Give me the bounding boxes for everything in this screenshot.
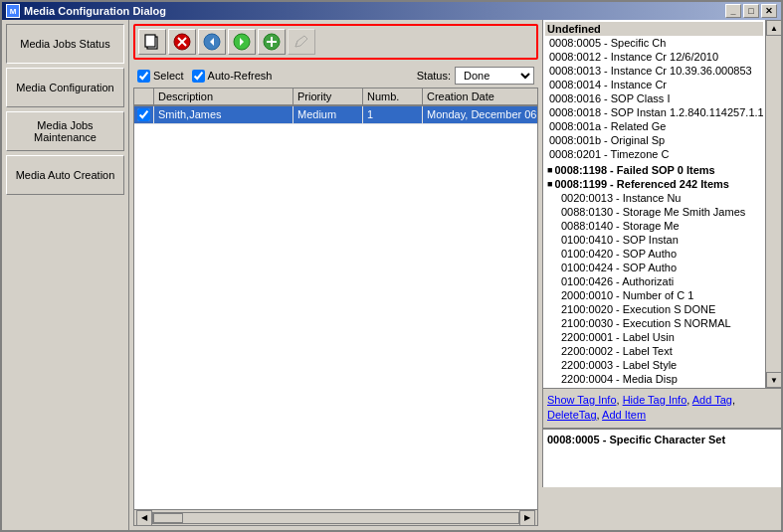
table-row[interactable]: Smith,James Medium 1 Monday, December 06… [134, 106, 537, 124]
prev-icon [203, 33, 221, 51]
tree-item-0016[interactable]: 0008:0016 - SOP Class I [545, 91, 763, 105]
title-bar: M Media Configuration Dialog _ □ ✕ [2, 2, 781, 20]
tree-child-0424[interactable]: 0100:0424 - SOP Autho [545, 261, 763, 274]
close-button[interactable]: ✕ [761, 4, 777, 18]
status-select[interactable]: Done All Pending Failed In Progress [455, 67, 534, 85]
right-panel-scroll-area: Undefined 0008:0005 - Specific Ch 0008:0… [543, 20, 781, 388]
right-panel-tree: Undefined 0008:0005 - Specific Ch 0008:0… [543, 20, 765, 388]
tree-item-0201[interactable]: 0008:0201 - Timezone C [545, 147, 763, 161]
col-header-checkbox [134, 89, 154, 105]
tree-child-0410[interactable]: 0100:0410 - SOP Instan [545, 233, 763, 247]
horizontal-scrollbar[interactable]: ◀ ▶ [134, 509, 537, 525]
delete-tag-link[interactable]: DeleteTag [547, 409, 597, 421]
row-description: Smith,James [154, 106, 294, 123]
undefined-section: Undefined 0008:0005 - Specific Ch 0008:0… [545, 22, 763, 161]
tree-child-2001[interactable]: 2200:0001 - Label Usin [545, 330, 763, 344]
tree-item-0014[interactable]: 0008:0014 - Instance Cr [545, 78, 763, 91]
right-panel-status: 0008:0005 - Specific Character Set [543, 428, 781, 487]
next-icon [233, 33, 251, 51]
scroll-thumb[interactable] [153, 513, 183, 523]
tree-child-2002[interactable]: 2200:0002 - Label Text [545, 344, 763, 358]
col-header-creation-date: Creation Date [423, 89, 538, 105]
tree-section-failed-sop[interactable]: ■ 0008:1198 - Failed SOP 0 Items [545, 163, 763, 177]
status-filter: Status: Done All Pending Failed In Progr… [417, 67, 534, 85]
failed-sop-label: 0008:1198 - Failed SOP 0 Items [554, 164, 714, 176]
tree-item-0018[interactable]: 0008:0018 - SOP Instan 1.2.840.114257.1.… [545, 105, 763, 119]
svg-rect-1 [145, 35, 155, 47]
copy-button[interactable] [138, 29, 166, 55]
maximize-button[interactable]: □ [743, 4, 759, 18]
row-priority: Medium [294, 106, 363, 123]
table-body: Smith,James Medium 1 Monday, December 06… [134, 106, 537, 509]
sidebar-item-media-jobs-status[interactable]: Media Jobs Status [6, 24, 124, 64]
select-checkbox-label[interactable]: Select [137, 70, 184, 83]
tree-item-0012[interactable]: 0008:0012 - Instance Cr 12/6/2010 [545, 50, 763, 64]
status-bar-text: 0008:0005 - Specific Character Set [547, 434, 725, 445]
tree-child-2030[interactable]: 2100:0030 - Execution S NORMAL [545, 316, 763, 330]
tree-child-0130[interactable]: 0088:0130 - Storage Me Smith James [545, 205, 763, 219]
sidebar-item-media-configuration[interactable]: Media Configuration [6, 68, 124, 107]
tree-child-2004[interactable]: 2200:0004 - Media Disp [545, 372, 763, 386]
scroll-left-button[interactable]: ◀ [136, 510, 152, 526]
edit-icon [293, 33, 310, 51]
row-number: 1 [363, 106, 423, 123]
app-icon: M [6, 4, 20, 18]
row-creation-date: Monday, December 06, 20... [423, 106, 537, 123]
right-scroll-up[interactable]: ▲ [766, 20, 781, 36]
hide-tag-info-link[interactable]: Hide Tag Info [623, 394, 687, 406]
add-button[interactable] [258, 29, 286, 55]
right-panel-links: Show Tag Info, Hide Tag Info, Add Tag, D… [543, 388, 781, 428]
delete-button[interactable] [168, 29, 196, 55]
minimize-button[interactable]: _ [725, 4, 741, 18]
auto-refresh-label: Auto-Refresh [208, 70, 273, 82]
tree-item-001b[interactable]: 0008:001b - Original Sp [545, 133, 763, 147]
row-checkbox-cell[interactable] [134, 106, 154, 123]
tree-child-0013[interactable]: 0020:0013 - Instance Nu [545, 191, 763, 205]
tree-section-referenced[interactable]: ■ 0008:1199 - Referenced 242 Items [545, 177, 763, 191]
col-header-description: Description [154, 89, 294, 105]
add-tag-link[interactable]: Add Tag [692, 394, 732, 406]
expand-icon-referenced: ■ [547, 179, 552, 189]
delete-icon [173, 33, 191, 51]
referenced-label: 0008:1199 - Referenced 242 Items [554, 178, 729, 190]
table-container: Description Priority Numb. Creation Date… [133, 88, 538, 526]
tree-child-2003[interactable]: 2200:0003 - Label Style [545, 358, 763, 372]
edit-button[interactable] [288, 29, 315, 55]
col-header-priority: Priority [294, 89, 363, 105]
scroll-track[interactable] [152, 512, 519, 524]
toolbar [133, 24, 538, 60]
main-window: M Media Configuration Dialog _ □ ✕ Media… [0, 0, 783, 532]
title-bar-controls[interactable]: _ □ ✕ [725, 4, 777, 18]
right-scroll-down[interactable]: ▼ [766, 372, 781, 388]
tree-child-2020[interactable]: 2100:0020 - Execution S DONE [545, 302, 763, 316]
auto-refresh-checkbox[interactable] [192, 70, 205, 83]
tree-item-0005[interactable]: 0008:0005 - Specific Ch [545, 36, 763, 50]
tree-child-2010[interactable]: 2000:0010 - Number of C 1 [545, 288, 763, 302]
right-panel-wrapper: Undefined 0008:0005 - Specific Ch 0008:0… [542, 20, 781, 530]
next-button[interactable] [228, 29, 256, 55]
right-scroll-track[interactable] [766, 36, 781, 372]
tree-item-0013[interactable]: 0008:0013 - Instance Cr 10.39.36.000853 [545, 64, 763, 78]
select-checkbox[interactable] [137, 70, 150, 83]
auto-refresh-checkbox-label[interactable]: Auto-Refresh [192, 70, 273, 83]
tree-section-header: Undefined [545, 22, 763, 36]
expand-icon-failed: ■ [547, 165, 552, 175]
tree-item-001a[interactable]: 0008:001a - Related Ge [545, 119, 763, 133]
sidebar-item-media-jobs-maintenance[interactable]: Media Jobs Maintenance [6, 111, 124, 151]
tree-child-0426[interactable]: 0100:0426 - Authorizati [545, 274, 763, 288]
prev-button[interactable] [198, 29, 226, 55]
sidebar: Media Jobs Status Media Configuration Me… [2, 20, 129, 530]
add-icon [263, 33, 281, 51]
title-bar-left: M Media Configuration Dialog [6, 4, 166, 18]
content-area: Media Jobs Status Media Configuration Me… [2, 20, 781, 530]
window-title: Media Configuration Dialog [24, 5, 166, 17]
right-scrollbar[interactable]: ▲ ▼ [765, 20, 781, 388]
sidebar-item-media-auto-creation[interactable]: Media Auto Creation [6, 155, 124, 195]
scroll-right-button[interactable]: ▶ [519, 510, 535, 526]
add-item-link[interactable]: Add Item [602, 409, 646, 421]
row-checkbox [137, 108, 150, 121]
tree-child-0420[interactable]: 0100:0420 - SOP Autho [545, 247, 763, 261]
status-text-label: Status: [417, 70, 451, 82]
tree-child-0140[interactable]: 0088:0140 - Storage Me [545, 219, 763, 233]
show-tag-info-link[interactable]: Show Tag Info [547, 394, 617, 406]
